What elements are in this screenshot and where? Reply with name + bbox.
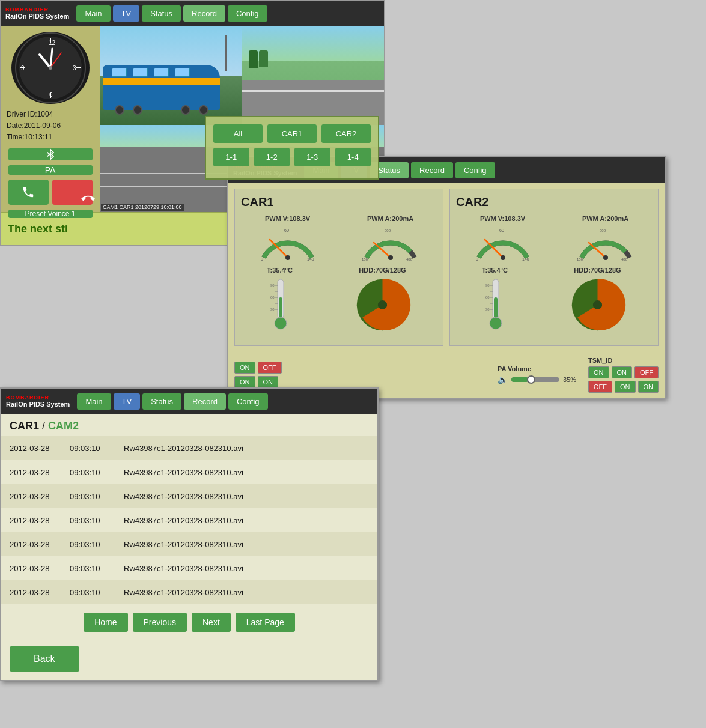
table-row[interactable]: 2012-03-28 09:03:10 Rw43987c1-20120328-0…: [1, 460, 377, 484]
nav-config-p1[interactable]: Config: [228, 5, 267, 22]
svg-point-43: [603, 255, 608, 260]
car1-on2-btn[interactable]: ON: [234, 376, 255, 388]
svg-text:12: 12: [49, 40, 56, 46]
next-button[interactable]: Next: [192, 613, 231, 632]
camera-road[interactable]: [242, 26, 385, 125]
svg-text:0: 0: [476, 257, 478, 261]
bluetooth-button[interactable]: [8, 148, 93, 160]
record-time: 09:03:10: [61, 532, 115, 556]
driver-date: Date:2011-09-06: [7, 120, 94, 132]
record-date: 2012-03-28: [1, 532, 61, 556]
tsm-toggle-row1: ON ON OFF: [588, 366, 659, 378]
svg-point-20: [388, 255, 393, 260]
home-button[interactable]: Home: [84, 613, 127, 632]
car2-hdd: HDD:70G/128G: [569, 267, 626, 333]
driver-time: Time:10:13:11: [7, 132, 94, 143]
volume-pct: 35%: [563, 376, 576, 383]
nav-main-p1[interactable]: Main: [76, 5, 110, 22]
cam-select-all[interactable]: All: [213, 124, 263, 143]
tsm-on1[interactable]: ON: [588, 366, 609, 378]
nav-main-p3[interactable]: Main: [77, 393, 111, 410]
car1-hdd: HDD:70G/128G: [354, 267, 411, 333]
nav-record-p1[interactable]: Record: [183, 5, 225, 22]
table-row[interactable]: 2012-03-28 09:03:10 Rw43987c1-20120328-0…: [1, 580, 377, 604]
table-row[interactable]: 2012-03-28 09:03:10 Rw43987c1-20120328-0…: [1, 484, 377, 508]
svg-text:6: 6: [49, 91, 53, 98]
car2-pwm-a-label: PWM A:200mA: [582, 215, 628, 222]
record-date: 2012-03-28: [1, 484, 61, 508]
cam-select-car1[interactable]: CAR1: [267, 124, 317, 143]
system-name-p1: RailOn PIDS System: [5, 13, 69, 20]
car1-pwm-v-svg: 0 140 60: [258, 225, 318, 261]
record-car: CAR1: [10, 420, 39, 432]
back-section: Back: [1, 640, 377, 680]
car1-toggle-row2: ON ON: [234, 376, 282, 388]
nav-config-p3[interactable]: Config: [228, 393, 268, 410]
nav-status-p1[interactable]: Status: [142, 5, 181, 22]
car1-on3-btn[interactable]: ON: [258, 376, 279, 388]
nav-tv-p1[interactable]: TV: [113, 5, 140, 22]
car1-thermo-svg: 90 60 30: [269, 276, 290, 333]
driver-info: Driver ID:1004 Date:2011-09-06 Time:10:1…: [7, 109, 94, 144]
cam-select-1-3[interactable]: 1-3: [294, 148, 330, 166]
cam-select-1-2[interactable]: 1-2: [254, 148, 290, 166]
record-file: Rw43987c1-20120328-082310.avi: [115, 508, 377, 532]
previous-button[interactable]: Previous: [133, 613, 187, 632]
svg-text:140: 140: [522, 257, 529, 261]
record-file: Rw43987c1-20120328-082310.avi: [115, 556, 377, 580]
cam-select-1-1[interactable]: 1-1: [213, 148, 249, 166]
driver-id: Driver ID:1004: [7, 109, 94, 120]
volume-slider[interactable]: [511, 377, 559, 382]
nav-tv-p3[interactable]: TV: [114, 393, 141, 410]
pa-button[interactable]: PA: [8, 165, 93, 175]
svg-text:150: 150: [577, 258, 583, 261]
car2-thermo-svg: 90 60 30: [484, 276, 505, 333]
svg-text:60: 60: [499, 228, 504, 232]
system-name-p3: RailOn PIDS System: [6, 401, 70, 408]
record-time: 09:03:10: [61, 556, 115, 580]
car2-status-box: CAR2 PWM V:108.3V 0 140 60 PWM A:200: [449, 189, 659, 346]
car1-on-btn[interactable]: ON: [234, 362, 255, 374]
last-page-button[interactable]: Last Page: [236, 613, 295, 632]
table-row[interactable]: 2012-03-28 09:03:10 Rw43987c1-20120328-0…: [1, 508, 377, 532]
car1-off-btn[interactable]: OFF: [258, 362, 282, 374]
tsm-on4[interactable]: ON: [638, 381, 659, 393]
nav-config-p2[interactable]: Config: [455, 162, 495, 178]
record-cam: CAM2: [48, 420, 79, 432]
table-row[interactable]: 2012-03-28 09:03:10 Rw43987c1-20120328-0…: [1, 532, 377, 556]
table-row[interactable]: 2012-03-28 09:03:10 Rw43987c1-20120328-0…: [1, 436, 377, 460]
svg-text:60: 60: [270, 296, 275, 299]
pagination: Home Previous Next Last Page: [1, 604, 377, 640]
cam-select-car2[interactable]: CAR2: [321, 124, 371, 143]
nav-status-p3[interactable]: Status: [142, 393, 181, 410]
call-buttons: [8, 180, 93, 205]
tsm-off1[interactable]: OFF: [634, 366, 659, 378]
car1-pwm-a-gauge: PWM A:200mA 150 480 300: [361, 215, 421, 261]
call-answer-button[interactable]: [8, 180, 49, 205]
record-date: 2012-03-28: [1, 580, 61, 604]
preset-voice-button[interactable]: Preset Voince 1: [8, 210, 93, 218]
tsm-on3[interactable]: ON: [615, 381, 636, 393]
car2-pwm-a-svg: 150 480 300: [576, 225, 636, 261]
bombardier-text: BOMBARDIER: [5, 7, 69, 13]
nav-record-p2[interactable]: Record: [411, 162, 453, 178]
call-end-button[interactable]: [52, 180, 93, 205]
tsm-on2[interactable]: ON: [612, 366, 633, 378]
back-button[interactable]: Back: [10, 646, 79, 672]
cam-select-1-4[interactable]: 1-4: [335, 148, 371, 166]
tsm-id-group: TSM_ID ON ON OFF OFF ON ON: [588, 357, 659, 393]
camera-train[interactable]: [100, 26, 242, 125]
svg-text:480: 480: [621, 258, 628, 261]
tsm-off2[interactable]: OFF: [588, 381, 612, 393]
table-row[interactable]: 2012-03-28 09:03:10 Rw43987c1-20120328-0…: [1, 556, 377, 580]
volume-knob[interactable]: [527, 375, 535, 384]
bombardier-logo-area-p3: BOMBARDIER RailOn PIDS System: [6, 395, 70, 408]
tsm-toggle-row2: OFF ON ON: [588, 381, 659, 393]
svg-text:90: 90: [270, 284, 275, 287]
announcement-text: The next sti: [8, 223, 68, 235]
nav-record-p3[interactable]: Record: [184, 393, 226, 410]
svg-point-59: [593, 300, 602, 309]
svg-text:9: 9: [21, 65, 25, 71]
panel3-header: BOMBARDIER RailOn PIDS System Main TV St…: [1, 389, 377, 414]
svg-point-13: [49, 66, 52, 70]
